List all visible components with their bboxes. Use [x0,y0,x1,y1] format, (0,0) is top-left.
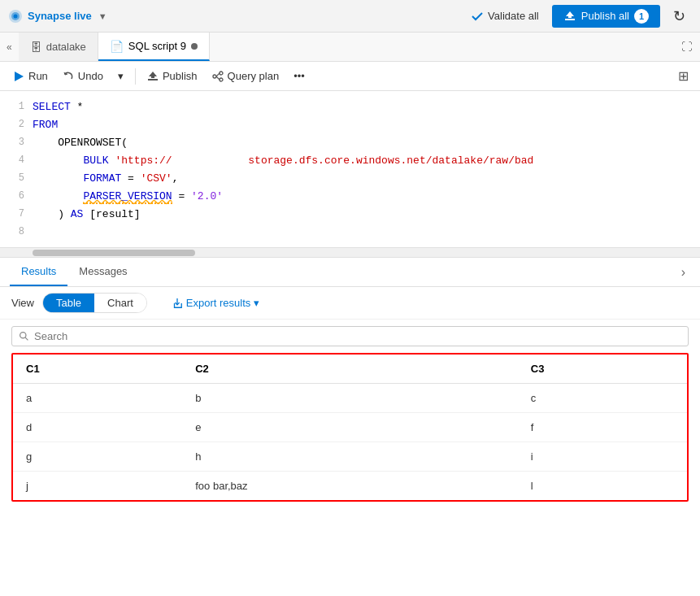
more-icon: ••• [293,70,305,82]
svg-rect-6 [148,79,158,80]
cell-r2-c3: f [518,413,687,442]
code-line-3: 3 OPENROWSET( [0,133,700,151]
expand-icon: ⛶ [681,41,692,53]
code-line-7: 7 ) AS [result] [0,205,700,223]
toolbar-divider [135,68,136,85]
search-bar [0,320,700,353]
table-view-button[interactable]: Table [43,294,94,312]
export-results-button[interactable]: Export results ▾ [172,297,259,309]
code-line-8: 8 [0,223,700,241]
view-bar: View Table Chart Export results ▾ [0,287,700,320]
publish-all-badge: 1 [634,9,649,24]
col-header-c2: C2 [182,355,518,384]
tab-datalake-label: datalake [46,41,86,53]
refresh-icon: ↻ [673,8,685,24]
app-dropdown-icon[interactable]: ▼ [98,11,107,21]
results-chevron-button[interactable]: › [676,265,690,280]
tab-bar: « 🗄 datalake 📄 SQL script 9 ⛶ [0,33,700,62]
svg-line-14 [25,337,28,340]
horizontal-scrollbar[interactable] [0,248,700,258]
tab-messages-label: Messages [79,265,127,277]
cell-r2-c2: e [182,413,518,442]
settings-icon: ⊞ [678,69,689,83]
query-plan-button[interactable]: Query plan [206,67,286,85]
svg-point-10 [220,78,223,81]
upload-icon [563,10,576,23]
tab-sql-script[interactable]: 📄 SQL script 9 [98,33,210,61]
app-logo: Synapse live [8,9,92,24]
search-input[interactable] [34,330,681,342]
code-line-6: 6 PARSER_VERSION = '2.0' [0,187,700,205]
cell-r3-c2: h [182,442,518,472]
cell-r1-c2: b [182,384,518,413]
publish-all-button[interactable]: Publish all 1 [552,5,660,28]
query-plan-label: Query plan [228,70,280,82]
svg-point-8 [213,75,216,78]
query-plan-icon [212,71,224,82]
run-label: Run [28,70,48,82]
tab-results[interactable]: Results [10,258,67,286]
cell-r3-c3: i [518,442,687,472]
publish-icon [147,71,159,82]
svg-point-9 [220,72,223,75]
tab-nav-left-button[interactable]: « [0,33,19,61]
nav-chevron-icon: « [7,41,12,53]
cell-r1-c1: a [13,384,182,413]
table-row: j foo bar,baz l [13,472,687,501]
svg-marker-5 [15,72,24,81]
results-area: C1 C2 C3 a b c d e f g h [0,353,700,513]
chart-view-button[interactable]: Chart [94,294,146,312]
cell-r4-c2: foo bar,baz [182,472,518,501]
export-dropdown-icon: ▾ [254,297,259,309]
app-name: Synapse live [28,10,92,22]
code-line-4: 4 BULK 'https:// storage.dfs.core.window… [0,151,700,169]
top-bar: Synapse live ▼ Validate all Publish all … [0,0,700,33]
sql-script-icon: 📄 [110,40,124,53]
expand-button[interactable]: ⛶ [673,41,700,53]
synapse-icon [8,9,23,24]
export-results-label: Export results [186,297,250,309]
svg-line-11 [216,73,220,76]
cell-r2-c1: d [13,413,182,442]
cell-r3-c1: g [13,442,182,472]
undo-dropdown-button[interactable]: ▾ [111,67,130,85]
more-options-button[interactable]: ••• [287,67,311,85]
run-button[interactable]: Run [7,67,54,85]
refresh-button[interactable]: ↻ [667,4,692,28]
undo-button[interactable]: Undo [56,67,110,85]
tab-sql-script-label: SQL script 9 [128,40,186,52]
svg-marker-4 [566,11,574,18]
svg-rect-3 [565,19,575,20]
settings-icon-button[interactable]: ⊞ [673,65,693,87]
undo-icon [63,71,74,82]
search-input-wrap [11,326,689,346]
table-row: a b c [13,384,687,413]
svg-marker-7 [149,72,157,78]
toolbar: Run Undo ▾ Publish Query plan ••• ⊞ [0,62,700,91]
search-icon [19,331,29,342]
publish-button[interactable]: Publish [141,67,204,85]
undo-label: Undo [78,70,103,82]
code-line-2: 2 FROM [0,115,700,133]
code-editor[interactable]: 1 SELECT * 2 FROM 3 OPENROWSET( 4 BULK '… [0,91,700,248]
dropdown-icon: ▾ [118,70,124,82]
table-header-row: C1 C2 C3 [13,355,687,384]
results-table-wrap: C1 C2 C3 a b c d e f g h [11,353,689,502]
results-tab-bar: Results Messages › [0,258,700,287]
code-line-1: 1 SELECT * [0,98,700,115]
chevron-icon: › [681,265,685,279]
validate-all-button[interactable]: Validate all [464,7,546,26]
checkmark-icon [471,10,484,23]
tab-datalake[interactable]: 🗄 datalake [19,33,98,61]
tab-results-label: Results [21,265,56,277]
tab-unsaved-dot [191,43,198,50]
tab-messages[interactable]: Messages [67,258,138,286]
cell-r4-c3: l [518,472,687,501]
scrollbar-thumb[interactable] [33,250,195,256]
code-line-5: 5 FORMAT = 'CSV', [0,169,700,187]
view-label: View [11,297,34,309]
table-row: g h i [13,442,687,472]
svg-point-13 [20,333,26,338]
export-icon [172,298,183,309]
col-header-c1: C1 [13,355,182,384]
